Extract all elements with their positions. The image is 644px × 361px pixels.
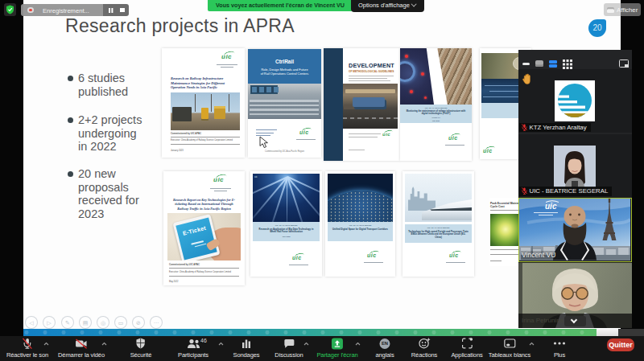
participants-count: 46	[200, 338, 207, 343]
uic-logo: uic	[292, 255, 302, 260]
security-button[interactable]: Sécurité	[130, 338, 152, 359]
participant-name: Irina Petrunina	[522, 317, 564, 324]
interpretation-en-badge: EN	[379, 338, 390, 349]
cover-band: UIC ASIA-PACIFIC REGION Research on Appl…	[253, 222, 320, 241]
raised-hand-icon	[522, 73, 534, 87]
slideshow-subtitles-button[interactable]: ▭	[114, 316, 127, 329]
slideshow-next-button[interactable]: ▷	[43, 316, 56, 329]
uic-logo: uic	[221, 53, 232, 60]
progress-end	[618, 329, 644, 336]
recording-label: Enregistrement...	[43, 7, 89, 14]
video-tile-beatrice[interactable]: UIC - BEATRICE SEGERAL	[518, 134, 632, 197]
uic-logo: uic	[448, 135, 458, 141]
cover-title: Research Report on Key Technologies for …	[169, 198, 239, 211]
video-muted-icon	[75, 338, 88, 349]
participant-name-tag: KTZ Yerzhan Araltay	[519, 123, 591, 133]
chat-button[interactable]: Discussion	[275, 338, 303, 359]
screen-share-banner: Vous voyez actuellement l'écran de Vince…	[208, 0, 353, 11]
cover-band: UIC ASIA-PACIFIC REGION Monitoring the m…	[400, 105, 472, 123]
participants-chevron[interactable]	[218, 342, 224, 346]
cover-version: Version 1.0	[400, 117, 472, 118]
cover-title: CtrlRail	[248, 59, 321, 64]
report-cover-bigdata: uic UIC ASIA-PACIFIC REGION Research on …	[250, 171, 322, 277]
share-screen-icon	[331, 338, 343, 350]
popout-panel-icon[interactable]	[619, 59, 629, 68]
cover-title: Monitoring the maintenance of railway in…	[403, 110, 469, 116]
slide-title: Research projects in APRA	[65, 15, 295, 37]
grid-view-icon[interactable]	[563, 59, 572, 69]
reactions-button[interactable]: Réactions	[411, 338, 437, 359]
chat-chevron[interactable]	[303, 342, 309, 346]
cover-footer: Commissioned by UIC APAC	[171, 132, 201, 135]
svg-text:uic: uic	[545, 202, 557, 211]
cover-footer: Commissioned by UIC Asia-Pacific Region	[248, 150, 321, 153]
cover-region: UIC ASIA-PACIFIC REGION	[400, 107, 472, 109]
cover-region: UIC ASIA-PACIFIC REGION	[405, 227, 472, 228]
video-tile-irina[interactable]: Irina Petrunina	[518, 263, 632, 328]
slideshow-pen-button[interactable]: ✎	[61, 316, 74, 329]
phone-screen-text: E-Ticket	[177, 224, 211, 237]
video-options-chevron[interactable]	[101, 342, 107, 346]
cover-footer: Executive: China Academy of Railway Scie…	[171, 139, 233, 142]
view-button-label: Afficher	[617, 6, 638, 14]
shield-check-icon	[6, 5, 14, 14]
uic-logo: uic	[213, 176, 224, 183]
gallery-view-icon[interactable]	[549, 60, 557, 64]
view-button[interactable]: Afficher	[604, 3, 641, 16]
more-button[interactable]: Plus	[554, 338, 566, 359]
whiteboard-icon	[503, 338, 515, 349]
whiteboards-chevron[interactable]	[529, 342, 535, 346]
cover-photo-collage	[400, 48, 472, 105]
report-cover-predt: UIC ASIA-PACIFIC REGION Monitoring the m…	[400, 48, 472, 161]
cover-photo-light-beams: uic	[253, 174, 320, 222]
apps-icon	[461, 338, 473, 349]
cover-band: UIC ASIA-PACIFIC REGION Technology for H…	[405, 224, 472, 243]
polls-icon	[241, 338, 251, 349]
mic-options-chevron[interactable]	[43, 342, 49, 346]
mouse-cursor	[259, 136, 269, 149]
recording-indicator: Enregistrement...	[21, 4, 103, 16]
slideshow-zoom-button[interactable]: ◎	[97, 316, 109, 329]
start-video-button[interactable]: Démarrer la vidéo	[58, 338, 105, 359]
display-options-button[interactable]: Options d'affichage	[351, 0, 424, 12]
cover-footer: Executive: China Academy of Railway Scie…	[169, 271, 231, 273]
panel-bottom-bar: Irina Petrunina	[518, 314, 632, 328]
ktz-logo	[555, 80, 595, 121]
unmute-button[interactable]: Réactiver le son	[6, 338, 48, 359]
cover-footer: January 2023	[171, 150, 184, 152]
interpretation-button[interactable]: EN anglais	[375, 338, 394, 359]
video-tile-vincent-active-speaker[interactable]: uic Vincent VU	[518, 198, 632, 262]
speaker-view-icon[interactable]	[535, 60, 543, 67]
slideshow-prev-button[interactable]: ◁	[25, 316, 38, 329]
slideshow-camera-off-button[interactable]: ⊘	[132, 316, 145, 329]
apps-button[interactable]: Applications	[451, 338, 482, 359]
leave-meeting-button[interactable]: Quitter	[607, 338, 634, 351]
slide-bullet-3: 20 new proposals received for 2023	[68, 167, 139, 220]
cover-region: UIC ASIA-PACIFIC REGION	[328, 224, 393, 226]
participants-panel: KTZ Yerzhan Araltay	[518, 50, 632, 328]
cover-subtitle: Role, Design Methods and Future of Rail …	[248, 68, 321, 76]
whiteboards-button[interactable]: Tableaux blancs	[489, 338, 530, 359]
participant-name-tag: UIC - BEATRICE SEGERAL	[519, 187, 612, 196]
security-shield-icon	[136, 338, 146, 349]
slide-number-badge: 20	[588, 19, 606, 37]
more-dots-icon	[554, 342, 566, 345]
polls-button[interactable]: Sondages	[233, 338, 260, 359]
pause-recording-button[interactable]	[109, 8, 110, 13]
share-screen-button[interactable]: Partager l'écran	[316, 338, 357, 359]
slideshow-annotate-button[interactable]: ▤	[79, 316, 92, 329]
cover-title: Technology for High-speed Freight and Pa…	[408, 231, 469, 240]
cover-title: Research on Application of Big Data Tech…	[256, 228, 316, 234]
participant-name: Vincent VU	[521, 251, 558, 260]
recording-controls	[103, 4, 129, 16]
share-options-chevron[interactable]	[355, 342, 361, 346]
report-cover-maintenance: uic Research on Railway Infrastructure M…	[162, 48, 245, 158]
cover-region: UIC ASIA-PACIFIC REGION	[253, 224, 320, 226]
security-shield-tile[interactable]	[4, 3, 16, 16]
slideshow-more-button[interactable]: ⋯	[150, 316, 163, 329]
minimize-panel-button[interactable]	[522, 63, 530, 65]
participant-name: UIC - BEATRICE SEGERAL	[530, 187, 609, 195]
stop-recording-button[interactable]	[120, 8, 125, 13]
collapse-panel-button[interactable]	[564, 316, 586, 326]
video-tile-ktz[interactable]: KTZ Yerzhan Araltay	[518, 69, 632, 133]
